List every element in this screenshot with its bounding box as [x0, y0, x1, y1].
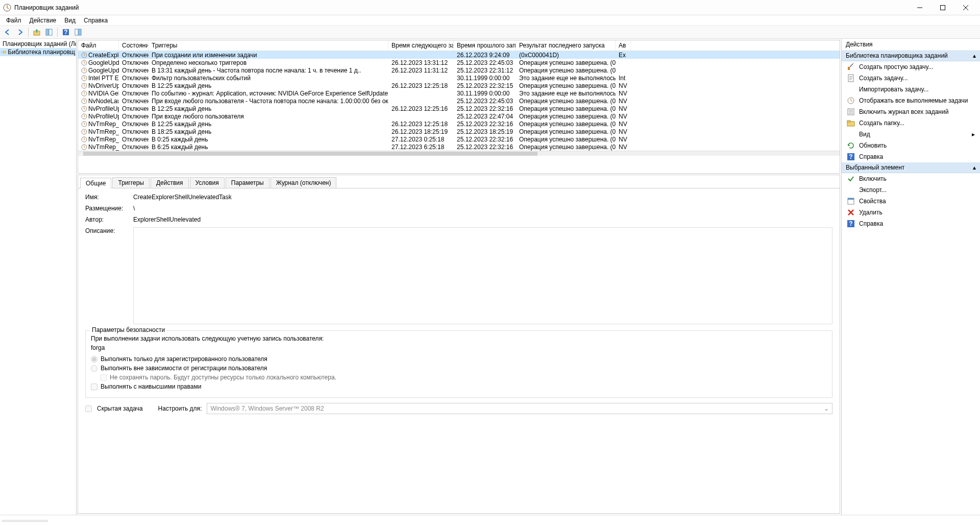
- show-hide-console-button[interactable]: [43, 27, 55, 38]
- up-button[interactable]: [31, 27, 42, 38]
- menubar: Файл Действие Вид Справка: [0, 15, 980, 26]
- table-row[interactable]: Intel PTT EK ...ОтключеноФильтр пользова…: [78, 74, 840, 82]
- table-row[interactable]: NvNodeLau...ОтключеноПри входе любого по…: [78, 97, 840, 105]
- configure-combo[interactable]: Windows® 7, Windows Server™ 2008 R2⌄: [207, 403, 832, 414]
- radio-any: [91, 365, 97, 372]
- cell-trigger: В 6:25 каждый день: [149, 144, 388, 151]
- cell-trigger: При входе любого пользователя: [149, 113, 388, 120]
- actions-lib-header[interactable]: Библиотека планировщика заданий ▴: [842, 51, 980, 61]
- menu-action[interactable]: Действие: [26, 16, 61, 25]
- collapse-icon[interactable]: ▴: [973, 52, 976, 59]
- tab-actions[interactable]: Действия: [151, 177, 189, 188]
- table-row[interactable]: NvProfileUp...ОтключеноПри входе любого …: [78, 112, 840, 120]
- tree-library[interactable]: › Библиотека планировщ: [0, 48, 76, 56]
- cell-author: NV: [616, 82, 631, 89]
- action-item[interactable]: Свойства: [842, 196, 980, 207]
- table-header: Файл Состояние Триггеры Время следующего…: [78, 40, 840, 51]
- action-label: Обновить: [859, 142, 887, 149]
- menu-file[interactable]: Файл: [2, 16, 26, 25]
- location-value: \: [133, 205, 832, 212]
- action-label: Экспорт...: [859, 186, 887, 194]
- action-label: Вид: [859, 131, 870, 138]
- action-item[interactable]: Импортировать задачу...: [842, 84, 980, 95]
- detail-tabs: Общие Триггеры Действия Условия Параметр…: [78, 175, 840, 188]
- close-button[interactable]: [954, 1, 977, 15]
- menu-view[interactable]: Вид: [60, 16, 80, 25]
- cell-state: Отключено: [119, 90, 149, 97]
- action-item[interactable]: Включить журнал всех заданий: [842, 106, 980, 117]
- cell-next: 27.12.2023 6:25:18: [388, 144, 454, 151]
- table-row[interactable]: NvTmRep_C...ОтключеноВ 18:25 каждый день…: [78, 128, 840, 135]
- actions-sel-header[interactable]: Выбранный элемент ▴: [842, 162, 980, 173]
- action-item[interactable]: Включить: [842, 173, 980, 184]
- col-author[interactable]: Ав: [616, 40, 631, 51]
- action-item[interactable]: ?Справка: [842, 151, 980, 162]
- actions-pane: Действия Библиотека планировщика заданий…: [841, 39, 980, 515]
- minimize-button[interactable]: [908, 1, 931, 15]
- maximize-button[interactable]: [931, 1, 954, 15]
- help-button[interactable]: ?: [60, 27, 71, 38]
- col-result[interactable]: Результат последнего запуска: [516, 40, 616, 51]
- cell-name: CreateExplor...: [78, 52, 119, 59]
- description-box[interactable]: [133, 227, 832, 324]
- author-value: ExplorerShellUnelevated: [133, 216, 832, 223]
- tree-pane[interactable]: Планировщик заданий (Лок › Библиотека пл…: [0, 39, 77, 515]
- tree-root[interactable]: Планировщик заданий (Лок: [0, 40, 76, 48]
- back-button[interactable]: [2, 27, 13, 38]
- table-row[interactable]: GoogleUpda...ОтключеноОпределено несколь…: [78, 59, 840, 66]
- table-row[interactable]: NvTmRep_C...ОтключеноВ 12:25 каждый день…: [78, 120, 840, 128]
- cell-trigger: В 18:25 каждый день: [149, 128, 388, 135]
- task-list[interactable]: Файл Состояние Триггеры Время следующего…: [78, 40, 840, 174]
- menu-help[interactable]: Справка: [80, 16, 112, 25]
- col-file[interactable]: Файл: [78, 40, 119, 51]
- col-next[interactable]: Время следующего запуска: [388, 40, 454, 51]
- table-row[interactable]: NVIDIA GeF...ОтключеноПо событию - журна…: [78, 89, 840, 97]
- tab-general[interactable]: Общие: [80, 178, 111, 188]
- col-triggers[interactable]: Триггеры: [149, 40, 388, 51]
- cell-next: 26.12.2023 12:25:18: [388, 121, 454, 128]
- action-item[interactable]: Отображать все выполняемые задачи: [842, 95, 980, 106]
- svg-rect-35: [848, 198, 854, 200]
- collapse-icon[interactable]: ▴: [973, 164, 976, 171]
- tree-root-label: Планировщик заданий (Лок: [3, 40, 76, 47]
- horizontal-scrollbar[interactable]: [78, 151, 840, 156]
- tab-settings[interactable]: Параметры: [226, 177, 270, 188]
- action-item[interactable]: Создать задачу...: [842, 73, 980, 84]
- location-label: Размещение:: [85, 205, 133, 212]
- cell-trigger: При входе любого пользователя - Частота …: [149, 98, 388, 105]
- table-row[interactable]: NvDriverUp...ОтключеноВ 12:25 каждый ден…: [78, 82, 840, 89]
- svg-text:?: ?: [64, 29, 67, 36]
- cell-result: Операция успешно завершена. (0x0): [516, 98, 616, 105]
- action-item[interactable]: Удалить: [842, 207, 980, 218]
- tab-history[interactable]: Журнал (отключен): [271, 177, 337, 188]
- action-item[interactable]: Обновить: [842, 140, 980, 151]
- col-state[interactable]: Состояние: [119, 40, 149, 51]
- forward-button[interactable]: [14, 27, 26, 38]
- action-pane-button[interactable]: [72, 27, 84, 38]
- action-item[interactable]: Создать простую задачу...: [842, 61, 980, 73]
- action-item[interactable]: Вид▸: [842, 129, 980, 140]
- configure-value: Windows® 7, Windows Server™ 2008 R2: [210, 405, 324, 412]
- cell-result: (0xC000041D): [516, 52, 616, 59]
- cell-author: Int: [616, 75, 631, 82]
- table-row[interactable]: NvTmRep_C...ОтключеноВ 6:25 каждый день2…: [78, 143, 840, 151]
- security-line: При выполнении задачи использовать следу…: [91, 335, 827, 342]
- table-row[interactable]: NvTmRep_C...ОтключеноВ 0:25 каждый день2…: [78, 135, 840, 143]
- action-item[interactable]: ?Справка: [842, 218, 980, 229]
- props-icon: [847, 197, 855, 205]
- folder-icon: [3, 49, 6, 56]
- action-item[interactable]: Экспорт...: [842, 184, 980, 196]
- name-label: Имя:: [85, 194, 133, 201]
- table-row[interactable]: CreateExplor...ОтключеноПри создании или…: [78, 51, 840, 59]
- cell-author: NV: [616, 144, 631, 151]
- cell-last: 25.12.2023 22:32:16: [454, 144, 516, 151]
- cell-last: 30.11.1999 0:00:00: [454, 90, 516, 97]
- col-last[interactable]: Время прошлого запуска: [454, 40, 516, 51]
- table-row[interactable]: NvProfileUp...ОтключеноВ 12:25 каждый де…: [78, 105, 840, 112]
- tab-triggers[interactable]: Триггеры: [112, 177, 150, 188]
- action-item[interactable]: Создать папку...: [842, 117, 980, 129]
- cell-trigger: Фильтр пользовательских событий: [149, 75, 388, 82]
- tab-conditions[interactable]: Условия: [190, 177, 225, 188]
- cell-result: Это задание еще не выполнялось. (0x41303…: [516, 75, 616, 82]
- table-row[interactable]: GoogleUpda...ОтключеноВ 13:31 каждый ден…: [78, 66, 840, 74]
